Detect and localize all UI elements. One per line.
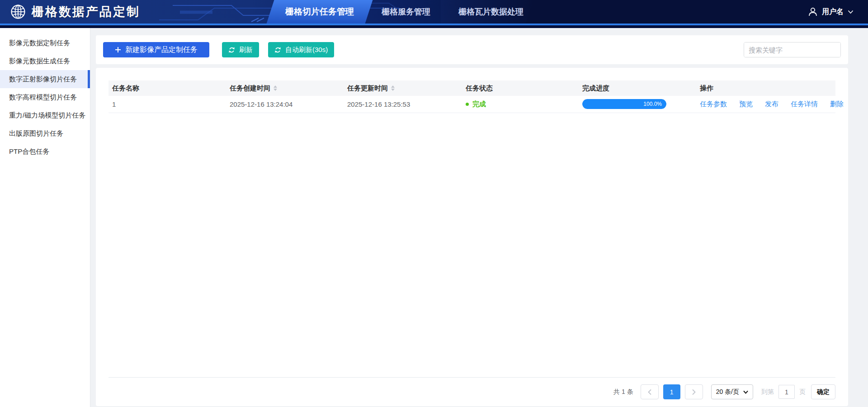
- confirm-page-button[interactable]: 确定: [811, 384, 835, 399]
- main-content: 新建影像产品定制任务 刷新 自动刷新(30s): [96, 28, 848, 407]
- goto-suffix-label: 页: [799, 388, 806, 396]
- brand: 栅格数据产品定制: [10, 0, 140, 24]
- auto-refresh-label: 自动刷新(30s): [285, 46, 328, 54]
- auto-refresh-button[interactable]: 自动刷新(30s): [268, 42, 334, 57]
- action-task-detail[interactable]: 任务详情: [791, 100, 818, 108]
- page-number-button[interactable]: 1: [663, 384, 680, 399]
- chevron-right-icon: [692, 389, 696, 395]
- refresh-icon: [228, 47, 235, 53]
- action-task-params[interactable]: 任务参数: [700, 100, 727, 108]
- page-size-label: 20 条/页: [716, 388, 739, 396]
- action-preview[interactable]: 预览: [739, 100, 753, 108]
- refresh-button[interactable]: 刷新: [222, 42, 259, 57]
- user-icon: [808, 7, 818, 17]
- sidebar-item-gravity-magnetic-slice-task[interactable]: 重力/磁力场模型切片任务: [0, 106, 90, 124]
- action-delete[interactable]: 删除: [830, 100, 844, 108]
- page-size-select[interactable]: 20 条/页: [711, 384, 753, 399]
- progress-bar: 100.0%: [582, 99, 666, 109]
- created-time-cell: 2025-12-16 13:24:04: [226, 96, 344, 113]
- sidebar-item-image-metadata-custom-task[interactable]: 影像元数据定制任务: [0, 34, 90, 52]
- header-bottom-strip: [0, 25, 868, 28]
- goto-page-input[interactable]: [778, 385, 795, 399]
- header-bar: 栅格数据产品定制 栅格切片任务管理 栅格服务管理 栅格瓦片数据处理 用户名: [0, 0, 868, 24]
- pagination: 共 1 条 1 20 条/页 到第 页 确定: [108, 377, 835, 406]
- progress-fill: 100.0%: [582, 99, 666, 109]
- pagination-total: 共 1 条: [613, 388, 633, 396]
- task-name-cell: 1: [108, 96, 226, 113]
- sort-carets-icon[interactable]: [274, 85, 277, 91]
- updated-time-cell: 2025-12-16 13:25:53: [344, 96, 462, 113]
- search-box: [744, 42, 841, 57]
- status-text: 完成: [472, 100, 486, 108]
- column-updated-time[interactable]: 任务更新时间: [344, 80, 462, 96]
- sidebar-item-dem-slice-task[interactable]: 数字高程模型切片任务: [0, 88, 90, 106]
- table-row: 1 2025-12-16 13:24:04 2025-12-16 13:25:5…: [108, 96, 835, 113]
- refresh-label: 刷新: [239, 46, 253, 54]
- status-dot-icon: [466, 103, 469, 106]
- column-task-status: 任务状态: [462, 80, 579, 96]
- select-caret-icon: [743, 390, 748, 394]
- app-title: 栅格数据产品定制: [32, 4, 140, 20]
- column-task-name: 任务名称: [108, 80, 226, 96]
- globe-logo-icon: [10, 4, 26, 20]
- user-menu[interactable]: 用户名: [808, 0, 854, 24]
- progress-cell: 100.0%: [579, 96, 696, 113]
- toolbar: 新建影像产品定制任务 刷新 自动刷新(30s): [96, 35, 848, 64]
- task-table: 任务名称 任务创建时间 任务更新时间 任务状态 完成: [108, 80, 835, 113]
- prev-page-button[interactable]: [641, 384, 659, 399]
- tab-raster-tile-data-processing[interactable]: 栅格瓦片数据处理: [452, 0, 530, 24]
- next-page-button[interactable]: [685, 384, 703, 399]
- tab-raster-service-management[interactable]: 栅格服务管理: [370, 0, 442, 24]
- task-table-card: 任务名称 任务创建时间 任务更新时间 任务状态 完成: [96, 68, 848, 406]
- search-input[interactable]: [744, 43, 841, 57]
- column-created-time[interactable]: 任务创建时间: [226, 80, 344, 96]
- progress-label: 100.0%: [643, 101, 662, 107]
- column-progress: 完成进度: [579, 80, 696, 96]
- chevron-left-icon: [647, 389, 652, 395]
- plus-icon: [115, 47, 121, 53]
- table-header-row: 任务名称 任务创建时间 任务更新时间 任务状态 完成: [108, 80, 835, 96]
- goto-prefix-label: 到第: [761, 388, 774, 396]
- sidebar: 影像元数据定制任务 影像元数据生成任务 数字正射影像切片任务 数字高程模型切片任…: [0, 28, 90, 407]
- status-cell: 完成: [462, 96, 579, 113]
- new-task-label: 新建影像产品定制任务: [125, 45, 198, 55]
- column-actions: 操作: [696, 80, 835, 96]
- tab-raster-slice-task-management[interactable]: 栅格切片任务管理: [267, 0, 373, 24]
- sidebar-item-ptp-package-task[interactable]: PTP合包任务: [0, 142, 90, 161]
- sidebar-item-publish-map-slice-task[interactable]: 出版原图切片任务: [0, 124, 90, 142]
- sidebar-item-dom-slice-task[interactable]: 数字正射影像切片任务: [0, 70, 90, 88]
- user-name: 用户名: [822, 7, 844, 17]
- tab-label: 栅格切片任务管理: [285, 6, 354, 18]
- sidebar-item-image-metadata-generate-task[interactable]: 影像元数据生成任务: [0, 52, 90, 70]
- app-header: 栅格数据产品定制 栅格切片任务管理 栅格服务管理 栅格瓦片数据处理 用户名: [0, 0, 868, 28]
- action-publish[interactable]: 发布: [765, 100, 778, 108]
- new-task-button[interactable]: 新建影像产品定制任务: [103, 42, 209, 57]
- chevron-down-icon: [848, 10, 854, 14]
- refresh-icon: [274, 47, 281, 53]
- actions-cell: 任务参数预览发布任务详情删除: [696, 96, 835, 113]
- sort-carets-icon[interactable]: [391, 85, 395, 91]
